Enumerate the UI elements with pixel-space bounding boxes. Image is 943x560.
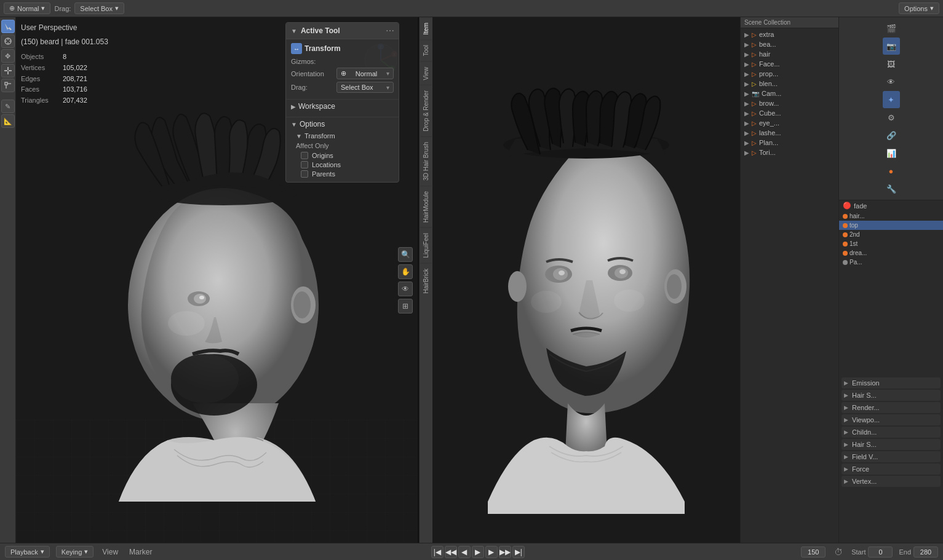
parents-checkbox-row[interactable]: Parents	[291, 170, 394, 178]
vtab-liquifeel[interactable]: LiquiFeel	[420, 227, 432, 263]
scene-item-blen[interactable]: ▶ ▷ blen...	[741, 79, 838, 89]
drag-field-value[interactable]: Select Box ▾	[336, 82, 394, 93]
next-frame-btn[interactable]: ▶▶	[499, 546, 511, 558]
scene-item-extra[interactable]: ▶ ▷ extra	[741, 30, 838, 39]
section-emission-header[interactable]: ▶ Emission	[842, 377, 941, 388]
modifier-icon-btn[interactable]: 🔧	[883, 180, 900, 197]
vtab-drop-render[interactable]: Drop & Render	[420, 85, 432, 136]
view-icon-btn[interactable]: 👁	[883, 73, 900, 90]
subitem-drea[interactable]: drea...	[839, 248, 943, 258]
transform-tool-btn[interactable]	[1, 79, 15, 92]
drag-dropdown[interactable]: Select Box ▾	[74, 2, 124, 14]
active-tool-header[interactable]: ▼ Active Tool ⋯	[286, 23, 399, 39]
scene-outliner-header: Scene Collection	[741, 17, 838, 28]
constraint-icon-btn[interactable]: 🔗	[883, 127, 900, 144]
vtab-item[interactable]: Item	[420, 17, 432, 39]
section-childn-header[interactable]: ▶ Childn...	[842, 427, 941, 438]
origins-checkbox-row[interactable]: Origins	[291, 152, 394, 159]
section-viewpo-header[interactable]: ▶ Viewpo...	[842, 414, 941, 425]
scene-item-bea[interactable]: ▶ ▷ bea...	[741, 39, 838, 49]
prev-keyframe-btn[interactable]: ◀	[458, 546, 471, 558]
prev-frame-btn[interactable]: ◀◀	[445, 546, 457, 558]
chevron-down-icon3: ▾	[930, 4, 934, 12]
scene-item-hair[interactable]: ▶ ▷ hair	[741, 49, 838, 59]
section-hairsh-header[interactable]: ▶ Hair S...	[842, 439, 941, 450]
measure-tool-btn[interactable]: 📐	[1, 114, 15, 128]
vtab-hairmodule[interactable]: HairModule	[420, 186, 432, 227]
options-header[interactable]: ▼ Options	[291, 120, 394, 128]
scene-item-lashe[interactable]: ▶ ▷ lashe...	[741, 128, 838, 138]
output-icon-btn[interactable]: 🖼	[883, 55, 900, 73]
render-icon-btn[interactable]: 📷	[883, 37, 900, 55]
play-btn[interactable]: ▶	[472, 546, 484, 558]
options-button[interactable]: Options ▾	[899, 2, 939, 14]
particle-icon-btn[interactable]: ✦	[883, 91, 900, 108]
transform-subsection-header[interactable]: ▼ Transform	[291, 132, 394, 140]
transform-header[interactable]: ↔ Transform	[291, 43, 394, 54]
locations-checkbox-row[interactable]: Locations	[291, 161, 394, 168]
scale-tool-btn[interactable]	[1, 64, 15, 77]
skip-start-btn[interactable]: |◀	[431, 546, 444, 558]
vtab-hairbrick[interactable]: HairBrick	[420, 263, 432, 299]
workspace-header[interactable]: ▶ Workspace	[291, 102, 394, 111]
parents-checkbox[interactable]	[301, 170, 308, 178]
section-render-header[interactable]: ▶ Render...	[842, 402, 941, 413]
playback-dropdown[interactable]: Playback ▾	[5, 546, 50, 558]
end-value[interactable]: 280	[913, 546, 938, 558]
right-side-container: Scene Collection ▶ ▷ extra ▶ ▷ bea... ▶ …	[740, 17, 943, 543]
section-fieldv-header[interactable]: ▶ Field V...	[842, 451, 941, 462]
vtab-tool[interactable]: Tool	[420, 39, 432, 61]
next-keyframe-btn[interactable]: ▶	[485, 546, 498, 558]
section-render: ▶ Render...	[842, 402, 941, 413]
top-toolbar: ⊕ Normal ▾ Drag: Select Box ▾ Options ▾	[0, 0, 943, 17]
select-tool-btn[interactable]	[1, 20, 15, 33]
origins-checkbox[interactable]	[301, 152, 308, 159]
move-tool-btn[interactable]: ✥	[1, 49, 15, 63]
props-content: ▶ Emission ▶ Hair S... ▶ Render...	[839, 375, 943, 543]
scene-list: ▶ ▷ extra ▶ ▷ bea... ▶ ▷ hair ▶ ▷ Fa	[741, 28, 838, 543]
subitem-top[interactable]: top	[839, 221, 943, 230]
subitem-1st[interactable]: 1st	[839, 239, 943, 248]
scene-item-plan[interactable]: ▶ ▷ Plan...	[741, 138, 838, 148]
scene-item-cam[interactable]: ▶ 📷 Cam...	[741, 89, 838, 98]
orientation-dropdown[interactable]: ⊕ Normal ▾	[4, 2, 50, 14]
section-force-header[interactable]: ▶ Force	[842, 463, 941, 475]
eye-btn[interactable]: 👁	[398, 282, 413, 296]
scene-item-eye[interactable]: ▶ ▷ eye_...	[741, 118, 838, 128]
start-value[interactable]: 0	[868, 546, 893, 558]
props-icon-bar: 🎬 📷 🖼 👁 ✦ ⚙ 🔗 📊 ● 🔧	[839, 17, 943, 200]
locations-checkbox[interactable]	[301, 161, 308, 168]
viewport-right[interactable]	[432, 17, 740, 543]
viewport-left[interactable]: User Perspective (150) beard | fade 001.…	[16, 17, 419, 543]
scene-item-brow[interactable]: ▶ ▷ brow...	[741, 98, 838, 108]
frame-counter[interactable]: 150	[801, 546, 826, 558]
vtab-3dhair[interactable]: 3D Hair Brush	[420, 136, 432, 186]
subitem-2nd[interactable]: 2nd	[839, 230, 943, 239]
magnify-btn[interactable]: 🔍	[398, 247, 413, 262]
hand-btn[interactable]: ✋	[398, 264, 413, 279]
annotate-tool-btn[interactable]: ✎	[1, 100, 15, 113]
grid-btn[interactable]: ⊞	[398, 299, 413, 314]
cursor-tool-btn[interactable]	[1, 34, 15, 48]
section-emission: ▶ Emission	[842, 377, 941, 388]
scene-item-prop[interactable]: ▶ ▷ prop...	[741, 69, 838, 79]
subitem-pa[interactable]: Pa...	[839, 258, 943, 267]
view-menu-btn[interactable]: View	[100, 546, 121, 558]
marker-btn[interactable]: Marker	[127, 546, 154, 558]
vertical-tabs: Item Tool View Drop & Render 3D Hair Bru…	[419, 17, 432, 543]
keying-dropdown[interactable]: Keying ▾	[56, 546, 94, 558]
scene-item-tori[interactable]: ▶ ▷ Tori...	[741, 148, 838, 157]
data-icon-btn[interactable]: 📊	[883, 144, 900, 162]
physics-icon-btn[interactable]: ⚙	[883, 109, 900, 126]
material-icon-btn[interactable]: ●	[883, 162, 900, 179]
subitem-hair[interactable]: hair...	[839, 211, 943, 221]
section-vertex-header[interactable]: ▶ Vertex...	[842, 476, 941, 487]
scene-item-face[interactable]: ▶ ▷ Face...	[741, 59, 838, 69]
skip-end-btn[interactable]: ▶|	[512, 546, 525, 558]
vtab-view[interactable]: View	[420, 61, 432, 85]
scene-item-cube[interactable]: ▶ ▷ Cube...	[741, 108, 838, 118]
scene-icon-btn[interactable]: 🎬	[883, 20, 900, 37]
svg-point-45	[614, 290, 645, 312]
section-hairs-header[interactable]: ▶ Hair S...	[842, 390, 941, 401]
orientation-field-value[interactable]: ⊕ Normal ▾	[336, 68, 394, 79]
